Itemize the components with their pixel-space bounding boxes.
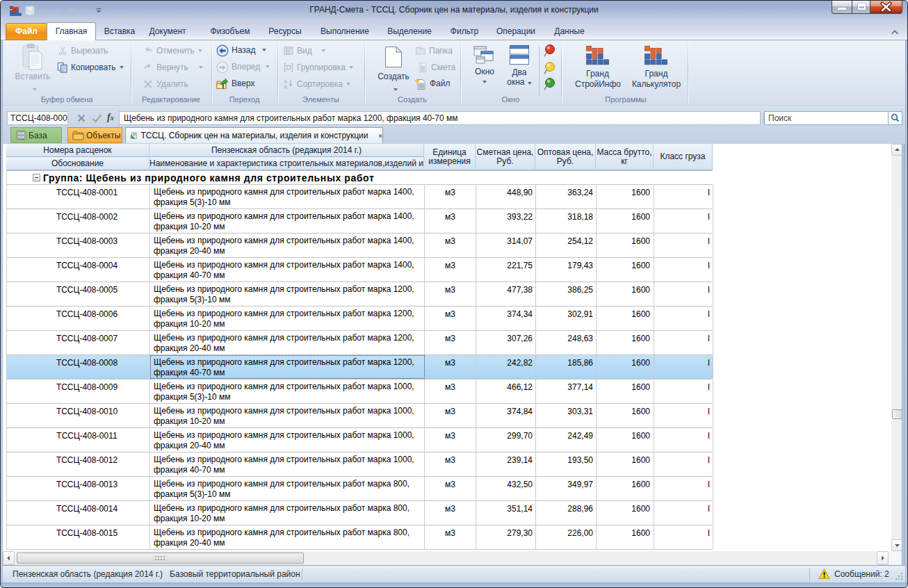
svg-text:Я: Я [284,85,287,90]
svg-text:А: А [284,79,287,84]
